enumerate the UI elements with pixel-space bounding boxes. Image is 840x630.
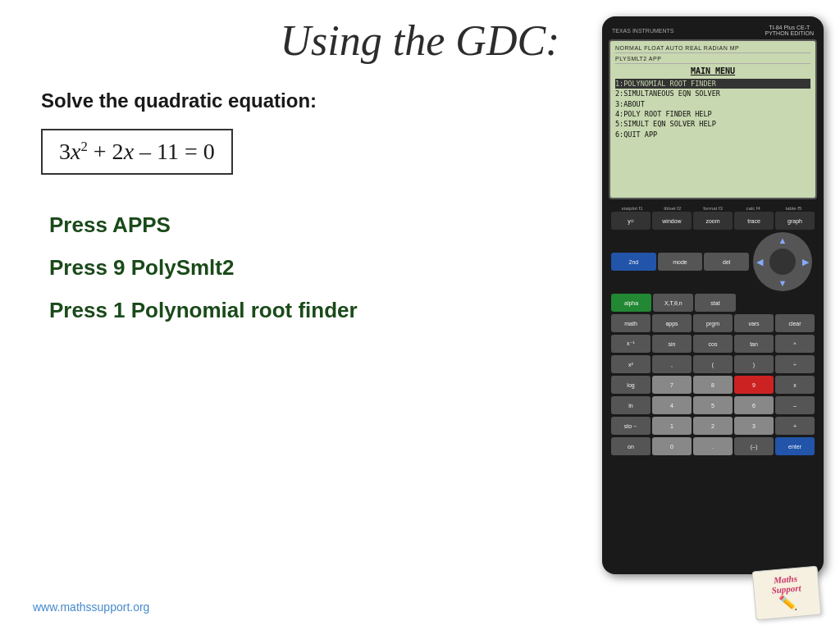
fk-label-4: calc f4: [733, 206, 774, 211]
btn-stat[interactable]: stat: [695, 294, 735, 312]
calc-buttons: statplot f1 tblset f2 format f3 calc f4 …: [609, 203, 817, 460]
btn-math[interactable]: math: [611, 314, 651, 332]
menu-item-6: 6:QUIT APP: [615, 130, 810, 139]
btn-sin[interactable]: sin: [652, 335, 692, 353]
btn-ln[interactable]: ln: [611, 396, 651, 414]
btn-row-1: y= window zoom trace graph: [610, 212, 815, 230]
btn-lparen[interactable]: (: [693, 355, 733, 373]
btn-mode[interactable]: mode: [658, 253, 703, 271]
slide: Using the GDC: Solve the quadratic equat…: [0, 0, 840, 630]
btn-decimal[interactable]: .: [693, 437, 733, 455]
btn-clear[interactable]: clear: [775, 314, 815, 332]
nav-cluster[interactable]: ▲ ▼ ◀ ▶: [753, 232, 812, 291]
calc-brand: Texas Instruments TI-84 Plus CE-T PYTHON…: [609, 23, 817, 38]
btn-xsq[interactable]: x²: [611, 355, 651, 373]
btn-7[interactable]: 7: [652, 376, 692, 394]
nav-left-arrow[interactable]: ◀: [756, 257, 763, 267]
btn-row-5: x⁻¹ sin cos tan ^: [610, 335, 815, 353]
brand-left: Texas Instruments: [612, 28, 673, 34]
brand-right: TI-84 Plus CE-T PYTHON EDITION: [765, 25, 814, 36]
btn-sto[interactable]: sto→: [611, 417, 651, 435]
calculator: Texas Instruments TI-84 Plus CE-T PYTHON…: [602, 16, 824, 574]
btn-rparen[interactable]: ): [734, 355, 774, 373]
nav-right-arrow[interactable]: ▶: [802, 257, 809, 267]
btn-row-9: sto→ 1 2 3 +: [610, 417, 815, 435]
btn-row-4: math apps prgm vars clear: [610, 314, 815, 332]
btn-trace[interactable]: trace: [734, 212, 774, 230]
btn-3[interactable]: 3: [734, 417, 774, 435]
fk-label-2: tblset f2: [652, 206, 692, 211]
equation-box: 3x2 + 2x – 11 = 0: [41, 129, 233, 175]
btn-xtn[interactable]: X,T,θ,n: [653, 294, 693, 312]
btn-row-10: on 0 . (–) enter: [610, 437, 815, 455]
menu-item-1: 1:POLYNOMIAL ROOT FINDER: [615, 79, 810, 89]
btn-6[interactable]: 6: [734, 396, 774, 414]
screen-menu-title: MAIN MENU: [615, 66, 810, 75]
btn-4[interactable]: 4: [652, 396, 692, 414]
btn-2[interactable]: 2: [693, 417, 733, 435]
screen-status-line2: PLYSMLT2 APP: [615, 56, 810, 64]
btn-row-2: 2nd mode del ▲ ▼ ◀ ▶: [610, 232, 815, 291]
btn-apps[interactable]: apps: [652, 314, 692, 332]
nav-up-arrow[interactable]: ▲: [778, 235, 788, 245]
calc-screen: NORMAL FLOAT AUTO REAL RADIAN MP PLYSMLT…: [609, 39, 817, 199]
btn-5[interactable]: 5: [693, 396, 733, 414]
btn-y-eq[interactable]: y=: [611, 212, 651, 230]
menu-item-2: 2:SIMULTANEOUS EQN SOLVER: [615, 89, 810, 98]
brand-edition: PYTHON EDITION: [765, 30, 814, 36]
btn-tan[interactable]: tan: [734, 335, 774, 353]
btn-comma[interactable]: ,: [652, 355, 692, 373]
btn-negate[interactable]: (–): [734, 437, 774, 455]
btn-zoom[interactable]: zoom: [693, 212, 733, 230]
func-key-labels: statplot f1 tblset f2 format f3 calc f4 …: [610, 206, 815, 211]
btn-0[interactable]: 0: [652, 437, 692, 455]
btn-8[interactable]: 8: [693, 376, 733, 394]
btn-row-7: log 7 8 9 x: [610, 376, 815, 394]
screen-status-line1: NORMAL FLOAT AUTO REAL RADIAN MP: [615, 45, 810, 53]
website-link[interactable]: www.mathssupport.org: [33, 600, 149, 614]
btn-9[interactable]: 9: [734, 376, 774, 394]
btn-alpha[interactable]: alpha: [611, 294, 651, 312]
pencil-icon: ✏️: [778, 593, 797, 613]
menu-item-3: 3:ABOUT: [615, 99, 810, 109]
btn-log[interactable]: log: [611, 376, 651, 394]
btn-row-3: alpha X,T,θ,n stat: [610, 294, 815, 312]
equation-text: 3x2 + 2x – 11 = 0: [59, 139, 215, 164]
btn-add[interactable]: +: [775, 417, 815, 435]
btn-cos[interactable]: cos: [693, 335, 733, 353]
btn-sub[interactable]: –: [775, 396, 815, 414]
nav-down-arrow[interactable]: ▼: [778, 278, 788, 288]
btn-prgm[interactable]: prgm: [693, 314, 733, 332]
btn-vars[interactable]: vars: [734, 314, 774, 332]
btn-mul[interactable]: x: [775, 376, 815, 394]
fk-label-1: statplot f1: [612, 206, 652, 211]
maths-support-logo: Maths Support ✏️: [752, 566, 822, 621]
btn-window[interactable]: window: [652, 212, 692, 230]
btn-graph[interactable]: graph: [775, 212, 815, 230]
btn-row-8: ln 4 5 6 –: [610, 396, 815, 414]
btn-enter[interactable]: enter: [775, 437, 815, 455]
btn-row-6: x² , ( ) ÷: [610, 355, 815, 373]
btn-div[interactable]: ÷: [775, 355, 815, 373]
btn-xinv[interactable]: x⁻¹: [611, 335, 651, 353]
fk-label-5: table f5: [774, 206, 814, 211]
btn-2nd[interactable]: 2nd: [611, 253, 656, 271]
btn-on[interactable]: on: [611, 437, 651, 455]
nav-center[interactable]: [769, 249, 796, 275]
fk-label-3: format f3: [692, 206, 733, 211]
brand-model: TI-84 Plus CE-T: [765, 25, 814, 30]
btn-power[interactable]: ^: [775, 335, 815, 353]
menu-item-4: 4:POLY ROOT FINDER HELP: [615, 109, 810, 119]
menu-item-5: 5:SIMULT EQN SOLVER HELP: [615, 119, 810, 129]
btn-1[interactable]: 1: [652, 417, 692, 435]
btn-del[interactable]: del: [704, 253, 749, 271]
